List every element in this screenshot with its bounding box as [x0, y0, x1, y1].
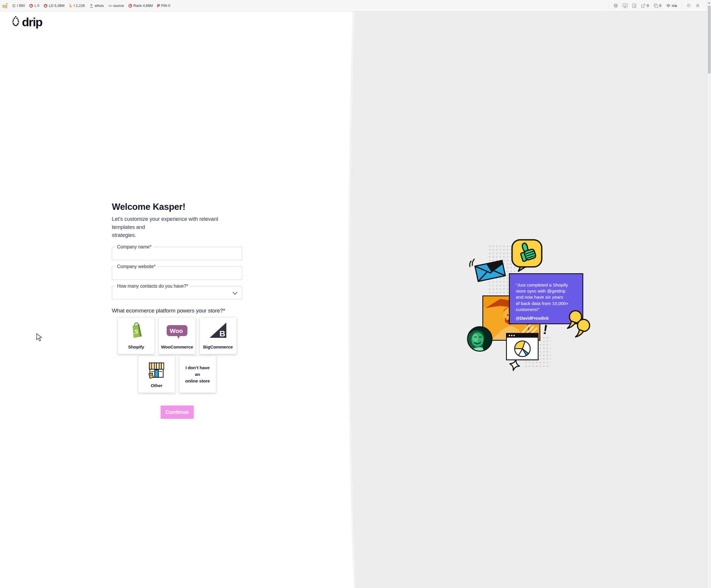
- page: SQ G I 950 L 0 LD 5,36M I 2,22K whois: [0, 0, 711, 588]
- gauge-icon: [44, 4, 48, 8]
- seoquake-toolbar: SQ G I 950 L 0 LD 5,36M I 2,22K whois: [0, 0, 707, 12]
- scrollbar-up-arrow[interactable]: ▲: [707, 0, 711, 4]
- storefront-icon: [138, 362, 175, 378]
- photo-woman-green: [467, 326, 493, 352]
- onboarding-form: Welcome Kasper! Let’s customize your exp…: [112, 202, 242, 419]
- platform-label: WooCommerce: [161, 345, 193, 350]
- info-icon: [613, 3, 618, 8]
- google-icon: G: [13, 3, 16, 8]
- page-title: Welcome Kasper!: [112, 202, 242, 212]
- platform-label: BigCommerce: [203, 345, 233, 350]
- seoquake-actions: 0 0 n/a ⚙ ✕: [609, 3, 700, 9]
- toolbar-bing-index[interactable]: I 2,22K: [69, 3, 85, 8]
- toolbar-serp-overlay-button[interactable]: [623, 3, 628, 8]
- whois-label: whois: [94, 4, 104, 8]
- platform-card-woocommerce[interactable]: Woo WooCommerce: [158, 317, 196, 354]
- exclamation-mark: !: [542, 323, 548, 336]
- bigcommerce-icon: B: [200, 322, 236, 339]
- close-toolbar-icon[interactable]: ✕: [695, 3, 700, 8]
- company-website-input[interactable]: [112, 267, 242, 280]
- toolbar-source[interactable]: </> source: [108, 4, 124, 8]
- toolbar-google-index[interactable]: G I 950: [13, 3, 25, 8]
- bing-icon: [69, 3, 73, 8]
- scrollbar-thumb[interactable]: [708, 6, 711, 73]
- contacts-count-select[interactable]: How many contacts do you have?*: [112, 286, 242, 300]
- platform-cards-row-2: Other I don’t have an online store: [112, 356, 242, 393]
- rank-value: Rank 4,66M: [133, 4, 153, 8]
- toolbar-pinterest[interactable]: P PIN 0: [157, 3, 170, 8]
- drip-wordmark: drip: [22, 18, 42, 27]
- background-curve: [0, 0, 711, 588]
- illustration: “Just completed a Shopify store sync wit…: [461, 236, 600, 380]
- toolbar-info-button[interactable]: [613, 3, 618, 8]
- external-link-icon: [641, 3, 646, 8]
- toolbar-link-domain[interactable]: LD 5,36M: [44, 4, 64, 8]
- platform-card-shopify[interactable]: S Shopify: [117, 317, 155, 354]
- toolbar-compare[interactable]: 0: [654, 3, 662, 8]
- toolbar-links[interactable]: L 0: [29, 4, 39, 8]
- external-links-count: 0: [647, 3, 649, 8]
- svg-text:Woo: Woo: [170, 327, 183, 334]
- platform-label: Shopify: [128, 345, 144, 350]
- toolbar-separator: [682, 3, 682, 9]
- platform-label: I don’t have an online store: [183, 364, 213, 385]
- gauge-icon: [128, 4, 132, 8]
- svg-text:S: S: [134, 328, 138, 335]
- drip-droplet-icon: [11, 16, 20, 27]
- platform-card-other[interactable]: Other: [138, 356, 175, 393]
- thumbs-up-bubble-illustration: [510, 239, 545, 272]
- person-icon: [89, 4, 93, 8]
- company-website-field: Company website*: [112, 266, 242, 280]
- continue-row: Continue: [112, 406, 242, 419]
- continue-button[interactable]: Continue: [160, 406, 194, 419]
- toolbar-whois[interactable]: whois: [89, 4, 104, 8]
- quote-marks-illustration: [567, 309, 592, 341]
- window-scrollbar[interactable]: ▲: [707, 0, 711, 588]
- toolbar-separator: [609, 3, 609, 9]
- toolbar-external-links[interactable]: 0: [641, 3, 649, 8]
- svg-text:SQ: SQ: [2, 4, 7, 8]
- page-subtitle: Let’s customize your experience with rel…: [112, 215, 242, 239]
- platform-cards-row-1: S Shopify Woo WooCommerce: [112, 317, 242, 354]
- health-value: n/a: [672, 3, 677, 8]
- platform-question: What ecommerce platform powers your stor…: [112, 308, 242, 314]
- monitor-chart-icon: [623, 3, 628, 8]
- company-name-input[interactable]: [112, 247, 242, 260]
- code-icon: </>: [108, 4, 112, 7]
- settings-gear-icon[interactable]: ⚙: [687, 3, 691, 8]
- sparkle-icon: [509, 358, 521, 372]
- pin-count: PIN 0: [161, 4, 170, 8]
- svg-text:B: B: [219, 329, 225, 338]
- envelope-illustration: [468, 254, 510, 285]
- toolbar-site-health[interactable]: n/a: [666, 3, 677, 8]
- report-doc-icon: [632, 3, 636, 8]
- google-index-value: I 950: [17, 4, 25, 8]
- platform-card-no-store[interactable]: I don’t have an online store: [179, 356, 216, 393]
- toolbar-page-report-button[interactable]: [632, 3, 636, 8]
- compare-icon: [654, 3, 658, 8]
- woocommerce-icon: Woo: [159, 325, 195, 340]
- bing-index-value: I 2,22K: [74, 4, 85, 8]
- platform-label: Other: [151, 383, 162, 388]
- pinterest-icon: P: [157, 3, 160, 8]
- contacts-count-label: How many contacts do you have?*: [115, 284, 190, 289]
- shopify-icon: S: [118, 322, 154, 339]
- link-domain-value: LD 5,36M: [49, 4, 64, 8]
- company-name-field: Company name*: [112, 247, 242, 260]
- seoquake-logo-button[interactable]: SQ: [2, 3, 8, 8]
- seoquake-metrics: SQ G I 950 L 0 LD 5,36M I 2,22K whois: [2, 3, 170, 8]
- drip-logo: drip: [11, 16, 42, 27]
- testimonial-quote: “Just completed a Shopify store sync wit…: [516, 282, 578, 312]
- seoquake-icon: SQ: [2, 3, 8, 8]
- platform-card-bigcommerce[interactable]: B BigCommerce: [199, 317, 237, 354]
- chevron-down-icon: [233, 290, 238, 295]
- gauge-icon: [29, 4, 33, 8]
- toolbar-rank[interactable]: Rank 4,66M: [128, 4, 153, 8]
- compare-count: 0: [660, 3, 662, 8]
- links-value: L 0: [34, 4, 39, 8]
- source-label: source: [113, 4, 124, 8]
- pie-chart-window: [506, 333, 539, 360]
- heart-health-icon: [666, 4, 671, 8]
